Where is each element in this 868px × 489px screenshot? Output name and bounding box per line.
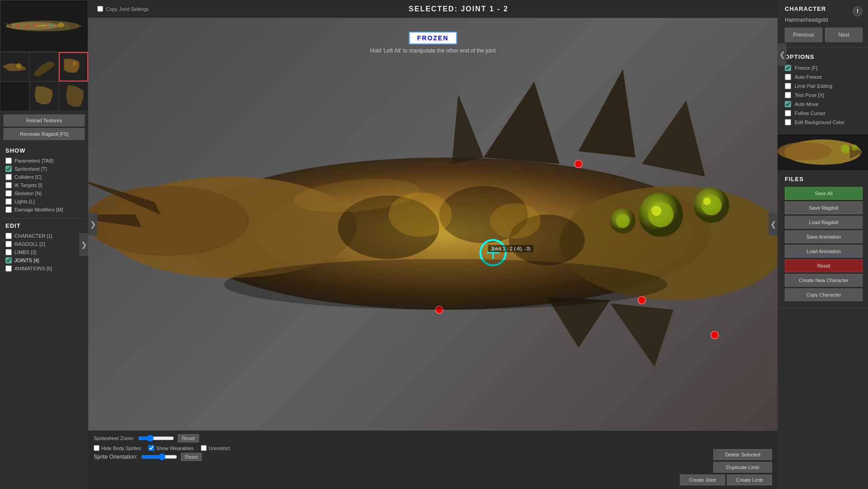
duplicate-limb-button[interactable]: Duplicate Limb: [713, 462, 772, 473]
edit-label-1: RAGDOLL [2]: [14, 241, 45, 247]
sprite-orientation-reset-button[interactable]: Reset: [181, 453, 202, 461]
option-checkbox-2[interactable]: [785, 83, 791, 89]
option-checkbox-4[interactable]: [785, 101, 791, 107]
edit-item-1: RAGDOLL [2]: [5, 241, 83, 247]
option-label-2: Limb Pair Editing: [795, 83, 832, 89]
options-section-title: OPTIONS: [785, 53, 863, 60]
file-button-3[interactable]: Save Animation: [785, 230, 863, 243]
svg-point-36: [703, 197, 711, 205]
show-label-2: Colliders [C]: [14, 174, 42, 180]
svg-point-35: [702, 195, 722, 216]
sprite-orientation-slider[interactable]: [141, 453, 177, 460]
delete-selected-button[interactable]: Delete Selected: [713, 449, 772, 460]
show-checkbox-0[interactable]: [5, 158, 12, 164]
option-row-6: Edit Background Color: [785, 119, 863, 125]
show-item-2: Colliders [C]: [5, 174, 83, 180]
option-label-4: Auto Move: [795, 101, 819, 107]
option-checkbox-5[interactable]: [785, 110, 791, 116]
svg-point-40: [638, 297, 646, 304]
left-panel-collapse[interactable]: ❯: [79, 233, 88, 256]
character-name: Hammerheadgold: [785, 17, 863, 23]
frozen-hint: Hold 'Left Alt' to manipulate the other …: [370, 48, 495, 54]
spritesheet-zoom-slider[interactable]: [138, 435, 174, 442]
svg-point-41: [711, 331, 719, 339]
show-checkbox-5[interactable]: [5, 198, 12, 205]
option-row-3: Test Pose [X]: [785, 92, 863, 98]
sprite-orientation-label: Sprite Orientation:: [94, 454, 138, 460]
left-viewport-collapse[interactable]: ❯: [88, 213, 97, 235]
previous-character-button[interactable]: Previous: [785, 28, 822, 42]
svg-marker-21: [452, 94, 484, 164]
edit-checkbox-0[interactable]: [5, 233, 12, 239]
right-panel-collapse[interactable]: ❮: [778, 43, 787, 66]
file-button-1[interactable]: Save Ragdoll: [785, 201, 863, 214]
copy-joint-settings-checkbox[interactable]: [97, 6, 103, 12]
show-item-3: IK Targets [I]: [5, 182, 83, 188]
show-checkbox-6[interactable]: [5, 206, 12, 213]
show-checkbox-2[interactable]: [5, 174, 12, 180]
show-label-0: Parameters [TAB]: [14, 158, 54, 163]
hide-body-sprites-checkbox[interactable]: [94, 445, 100, 451]
edit-label-0: CHARACTER [1]: [14, 233, 52, 239]
edit-section-title: EDIT: [5, 222, 83, 229]
character-section-title: CHARACTER: [785, 5, 826, 12]
next-character-button[interactable]: Next: [825, 28, 863, 42]
unrestrict-row: Unrestrict: [201, 445, 230, 451]
show-item-6: Damage Modifiers [M]: [5, 206, 83, 213]
edit-checkbox-1[interactable]: [5, 241, 12, 247]
svg-point-12: [16, 63, 22, 68]
show-wearables-row: Show Wearables: [148, 445, 194, 451]
show-item-5: Lights [L]: [5, 198, 83, 205]
show-checkbox-4[interactable]: [5, 190, 12, 197]
file-button-4[interactable]: Load Animation: [785, 245, 863, 258]
option-checkbox-0[interactable]: [785, 65, 791, 71]
show-label-5: Lights [L]: [14, 199, 35, 204]
edit-item-4: ANIMATIONS [5]: [5, 265, 83, 272]
file-button-5[interactable]: Reset: [785, 259, 863, 272]
show-label-3: IK Targets [I]: [14, 182, 43, 188]
unrestrict-checkbox[interactable]: [201, 445, 207, 451]
show-wearables-checkbox[interactable]: [148, 445, 154, 451]
option-checkbox-1[interactable]: [785, 74, 791, 80]
svg-point-33: [651, 206, 661, 216]
recreate-ragdoll-button[interactable]: Recreate Ragdoll [F5]: [4, 128, 85, 140]
svg-point-32: [648, 202, 674, 227]
edit-checkbox-3[interactable]: [5, 257, 12, 264]
file-button-0[interactable]: Save All: [785, 187, 863, 200]
option-label-6: Edit Background Color: [795, 120, 844, 125]
svg-point-13: [73, 62, 76, 66]
show-checkbox-3[interactable]: [5, 182, 12, 188]
edit-checkbox-2[interactable]: [5, 249, 12, 255]
svg-marker-23: [642, 101, 705, 177]
file-button-7[interactable]: Copy Character: [785, 288, 863, 301]
option-row-2: Limb Pair Editing: [785, 83, 863, 89]
option-checkbox-6[interactable]: [785, 119, 791, 125]
edit-item-0: CHARACTER [1]: [5, 233, 83, 239]
edit-items-list: CHARACTER [1]RAGDOLL [2]LIMBS [3]JOINTS …: [5, 233, 83, 272]
create-limb-button[interactable]: Create Limb: [727, 475, 772, 485]
svg-marker-22: [579, 69, 636, 158]
svg-point-8: [26, 26, 28, 28]
option-checkbox-3[interactable]: [785, 92, 791, 98]
files-buttons-list: Save AllSave RagdollLoad RagdollSave Ani…: [785, 187, 863, 303]
show-checkbox-1[interactable]: [5, 166, 12, 172]
svg-point-9: [17, 25, 19, 27]
create-joint-button[interactable]: Create Joint: [680, 475, 725, 485]
svg-point-38: [616, 214, 630, 228]
file-button-6[interactable]: Create New Character: [785, 274, 863, 287]
character-info-icon[interactable]: !: [853, 6, 863, 16]
hide-body-sprites-label: Hide Body Sprites: [101, 446, 141, 451]
edit-checkbox-4[interactable]: [5, 265, 12, 272]
spritesheet-reset-button[interactable]: Reset: [178, 434, 199, 442]
svg-point-49: [778, 142, 832, 160]
show-label-6: Damage Modifiers [M]: [14, 207, 63, 212]
file-button-2[interactable]: Load Ragdoll: [785, 216, 863, 229]
right-viewport-collapse[interactable]: ❮: [768, 213, 778, 235]
option-label-3: Test Pose [X]: [795, 92, 824, 98]
svg-marker-25: [610, 303, 674, 367]
frozen-badge: FROZEN: [409, 32, 457, 44]
option-label-5: Follow Cursor: [795, 110, 825, 116]
show-label-4: Skeleton [N]: [14, 191, 42, 196]
edit-label-2: LIMBS [3]: [14, 249, 36, 255]
reload-textures-button[interactable]: Reload Textures: [4, 115, 85, 126]
